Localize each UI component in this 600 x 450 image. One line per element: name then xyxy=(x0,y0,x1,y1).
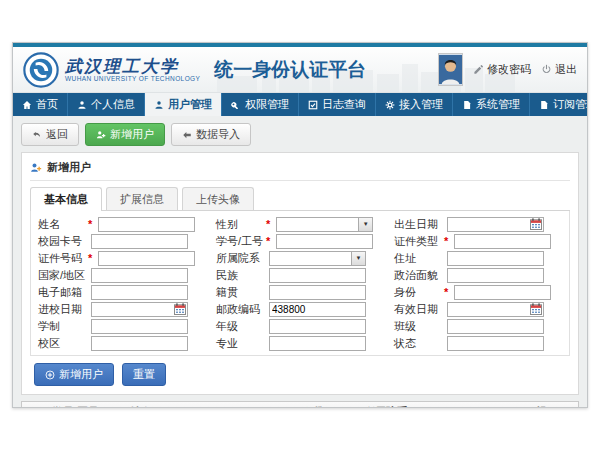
field-political-status: 政治面貌 xyxy=(389,267,567,283)
nav-item-subscription-management[interactable]: 订阅管理 xyxy=(530,93,588,116)
back-button[interactable]: 返回 xyxy=(21,123,79,146)
required-asterisk: * xyxy=(444,235,448,247)
reset-button[interactable]: 重置 xyxy=(122,363,166,386)
gear-icon xyxy=(385,100,395,110)
calendar-icon[interactable] xyxy=(174,303,186,315)
field-label: 年级 xyxy=(211,319,265,334)
field-student-id: 学号/工号* xyxy=(211,233,389,249)
postal-code-input[interactable] xyxy=(269,302,366,317)
tab-extended-info[interactable]: 扩展信息 xyxy=(106,187,178,210)
id-number-input[interactable] xyxy=(98,251,195,266)
identity-input[interactable] xyxy=(454,285,551,300)
education-length-input[interactable] xyxy=(91,319,188,334)
data-import-label: 数据导入 xyxy=(196,127,240,142)
user-icon xyxy=(154,100,164,110)
field-label: 校园卡号 xyxy=(33,234,87,249)
tab-basic-info[interactable]: 基本信息 xyxy=(30,187,102,211)
status-input[interactable] xyxy=(447,336,544,351)
field-label: 电子邮箱 xyxy=(33,285,87,300)
reset-label: 重置 xyxy=(133,367,155,382)
page-title: 统一身份认证平台 xyxy=(214,57,366,83)
field-label: 证件号码 xyxy=(33,251,87,266)
address-input[interactable] xyxy=(447,251,544,266)
user-plus-icon xyxy=(96,130,106,140)
field-label: 有效日期 xyxy=(389,302,443,317)
field-gender: 性别*▼ xyxy=(211,216,389,232)
change-password-label: 修改密码 xyxy=(487,62,531,77)
data-import-button[interactable]: 数据导入 xyxy=(171,123,251,146)
grade-input[interactable] xyxy=(269,319,366,334)
field-department: 所属院系▼ xyxy=(211,250,389,266)
user-icon xyxy=(77,100,87,110)
nav-item-permission-management[interactable]: 权限管理 xyxy=(222,93,299,116)
field-id-type: 证件类型* xyxy=(389,233,567,249)
field-label: 身份 xyxy=(389,285,443,300)
field-label: 籍贯 xyxy=(211,285,265,300)
campus-card-no-input[interactable] xyxy=(91,234,188,249)
nav-item-label: 个人信息 xyxy=(91,97,135,112)
field-identity: 身份* xyxy=(389,284,567,300)
political-status-input[interactable] xyxy=(447,268,544,283)
field-major: 专业 xyxy=(211,335,389,351)
field-label: 民族 xyxy=(211,268,265,283)
change-password-link[interactable]: 修改密码 xyxy=(473,62,531,77)
nav-item-label: 接入管理 xyxy=(399,97,443,112)
avatar[interactable] xyxy=(438,53,463,86)
add-user-button[interactable]: 新增用户 xyxy=(85,123,165,146)
submit-add-user-button[interactable]: 新增用户 xyxy=(34,363,114,386)
logout-link[interactable]: 退出 xyxy=(541,62,577,77)
select-all-cell xyxy=(22,407,48,408)
chevron-down-icon[interactable]: ▼ xyxy=(358,218,372,231)
chevron-down-icon[interactable]: ▼ xyxy=(351,252,365,265)
pencil-icon xyxy=(473,64,484,75)
required-asterisk: * xyxy=(266,235,270,247)
calendar-icon[interactable] xyxy=(530,218,542,230)
nav-item-system-management[interactable]: 系统管理 xyxy=(453,93,530,116)
field-label: 邮政编码 xyxy=(211,302,265,317)
field-campus: 校区 xyxy=(33,335,211,351)
panel-title: 新增用户 xyxy=(47,160,91,175)
university-brand: 武汉理工大学 WUHAN UNIVERSITY OF TECHNOLOGY xyxy=(65,57,200,83)
id-type-input[interactable] xyxy=(454,234,551,249)
nav-item-label: 权限管理 xyxy=(245,97,289,112)
nav-item-user-management[interactable]: 用户管理 xyxy=(145,93,222,116)
field-native-place: 籍贯 xyxy=(211,284,389,300)
field-label: 所属院系 xyxy=(211,251,265,266)
app-window: 武汉理工大学 WUHAN UNIVERSITY OF TECHNOLOGY 统一… xyxy=(12,42,588,408)
column-header-name: 姓名 xyxy=(126,405,198,409)
doc-icon xyxy=(462,100,472,110)
select-all-checkbox[interactable] xyxy=(30,407,40,408)
name-input[interactable] xyxy=(98,217,195,232)
ethnicity-input[interactable] xyxy=(269,268,366,283)
nav-item-access-management[interactable]: 接入管理 xyxy=(376,93,453,116)
nav-item-home[interactable]: 首页 xyxy=(13,93,68,116)
form-grid: 姓名*性别*▼出生日期校园卡号学号/工号*证件类型*证件号码*所属院系▼住址国家… xyxy=(33,216,567,351)
form-tabs: 基本信息扩展信息上传头像 xyxy=(30,187,570,211)
field-country-region: 国家/地区 xyxy=(33,267,211,283)
field-enroll-date: 进校日期 xyxy=(33,301,211,317)
field-label: 政治面貌 xyxy=(389,268,443,283)
calendar-icon[interactable] xyxy=(530,303,542,315)
field-label: 学号/工号 xyxy=(211,234,265,249)
nav-item-label: 订阅管理 xyxy=(553,97,588,112)
department-select[interactable]: ▼ xyxy=(269,251,366,266)
undo-arrow-icon xyxy=(32,130,42,140)
campus-input[interactable] xyxy=(91,336,188,351)
user-plus-icon xyxy=(30,162,42,174)
tab-upload-avatar[interactable]: 上传头像 xyxy=(182,187,254,210)
native-place-input[interactable] xyxy=(269,285,366,300)
new-user-panel: 新增用户 基本信息扩展信息上传头像 姓名*性别*▼出生日期校园卡号学号/工号*证… xyxy=(21,152,579,395)
class-input[interactable] xyxy=(447,319,544,334)
nav-item-log-query[interactable]: 日志查询 xyxy=(299,93,376,116)
back-label: 返回 xyxy=(46,127,68,142)
users-table-header: 学号/工号姓名性别身份所属院系操作 xyxy=(22,402,578,408)
nav-item-profile[interactable]: 个人信息 xyxy=(68,93,145,116)
major-input[interactable] xyxy=(269,336,366,351)
add-user-label: 新增用户 xyxy=(110,127,154,142)
form-box: 姓名*性别*▼出生日期校园卡号学号/工号*证件类型*证件号码*所属院系▼住址国家… xyxy=(30,211,570,356)
field-label: 校区 xyxy=(33,336,87,351)
student-id-input[interactable] xyxy=(276,234,373,249)
gender-select[interactable]: ▼ xyxy=(276,217,373,232)
country-region-input[interactable] xyxy=(91,268,188,283)
email-input[interactable] xyxy=(91,285,188,300)
